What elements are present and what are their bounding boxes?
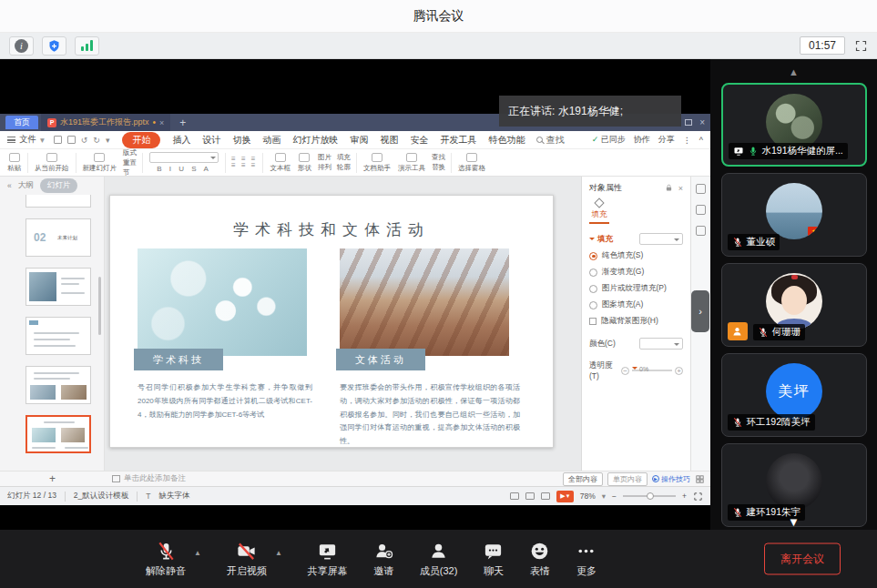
- ribbon-outline[interactable]: 轮廓: [337, 163, 351, 172]
- panel-collapse-handle[interactable]: ›: [691, 290, 709, 332]
- close-panel-icon[interactable]: ×: [678, 184, 683, 193]
- scroll-down-arrow[interactable]: ▼: [788, 515, 800, 529]
- invite-button[interactable]: 邀请: [373, 541, 394, 578]
- all-content-button[interactable]: 全部内容: [563, 472, 603, 486]
- security-button[interactable]: [42, 36, 66, 56]
- zoom-slider[interactable]: [623, 495, 676, 497]
- reading-view-icon[interactable]: [541, 492, 550, 500]
- mic-options-caret[interactable]: ▲: [194, 549, 201, 557]
- find-command[interactable]: 查找: [536, 134, 564, 147]
- ribbon-new-slide[interactable]: 新建幻灯片: [79, 153, 121, 173]
- option-solid-fill[interactable]: 纯色填充(S): [589, 250, 683, 261]
- sorter-view-icon[interactable]: [525, 492, 535, 500]
- more-menu-icon[interactable]: ⋮: [683, 136, 691, 145]
- slide-thumb-12-selected[interactable]: 12: [25, 415, 91, 453]
- color-dropdown[interactable]: [639, 338, 683, 350]
- share-screen-button[interactable]: 共享屏幕: [308, 541, 348, 578]
- ribbon-fill[interactable]: 填充: [337, 153, 351, 162]
- meeting-info-button[interactable]: i: [9, 36, 34, 56]
- slide-thumb-8[interactable]: 8 02 未来计划: [25, 218, 91, 257]
- properties-tool-icon[interactable]: [696, 184, 706, 194]
- tab-review[interactable]: 审阅: [350, 134, 368, 147]
- tab-security[interactable]: 安全: [410, 134, 428, 147]
- tab-animation[interactable]: 动画: [262, 134, 280, 147]
- tab-insert[interactable]: 插入: [172, 134, 190, 147]
- save-icon[interactable]: [54, 136, 62, 144]
- collapse-panel-icon[interactable]: «: [7, 181, 12, 190]
- fit-screen-icon[interactable]: [693, 492, 703, 502]
- ribbon-layout[interactable]: 版式: [123, 148, 137, 157]
- slide-thumb-9[interactable]: 9: [25, 268, 91, 306]
- paragraph-align-group[interactable]: ≡ ≡ ≡≡ ≡ ≡: [229, 157, 260, 168]
- slides-tab[interactable]: 幻灯片: [40, 178, 78, 193]
- font-name-select[interactable]: [149, 152, 219, 163]
- print-icon[interactable]: [67, 136, 76, 144]
- chat-button[interactable]: 聊天: [483, 541, 504, 578]
- fullscreen-icon[interactable]: [854, 39, 868, 53]
- collapse-ribbon-icon[interactable]: ^: [699, 136, 703, 145]
- undo-icon[interactable]: ↺: [81, 136, 88, 145]
- option-pattern-fill[interactable]: 图案填充(A): [589, 299, 683, 310]
- ribbon-section[interactable]: 节: [123, 168, 137, 177]
- option-gradient-fill[interactable]: 渐变填充(G): [589, 267, 683, 278]
- outline-tab[interactable]: 大纲: [18, 180, 34, 191]
- flowchart-tool-icon[interactable]: [696, 226, 706, 236]
- wps-home-tab[interactable]: 首页: [5, 116, 38, 129]
- missing-font-label[interactable]: 缺失字体: [159, 491, 190, 502]
- new-tab-button[interactable]: +: [179, 117, 186, 129]
- participant-tile[interactable]: 美坪 环工192隋美坪: [721, 353, 867, 437]
- slide-thumb-10[interactable]: 10: [25, 317, 91, 355]
- slideshow-play-button[interactable]: ▶▾: [556, 491, 574, 502]
- ribbon-find[interactable]: 查找: [432, 153, 445, 162]
- more-button[interactable]: 更多: [576, 541, 597, 578]
- transparency-slider[interactable]: − 0% +: [621, 367, 683, 375]
- close-tab-icon[interactable]: ×: [159, 118, 164, 127]
- notes-placeholder[interactable]: 单击此处添加备注: [124, 473, 186, 484]
- tips-link[interactable]: ▶ 操作技巧: [652, 474, 690, 484]
- zoom-dropdown-icon[interactable]: ▾: [602, 492, 606, 501]
- wps-document-tab[interactable]: P 水191班委工作报告.pptx • ×: [41, 114, 170, 131]
- tab-features[interactable]: 特色功能: [488, 134, 525, 147]
- emoji-button[interactable]: 表情: [529, 541, 550, 578]
- tab-home[interactable]: 开始: [122, 132, 160, 148]
- participant-tile[interactable]: 何珊珊: [721, 263, 867, 347]
- file-menu-button[interactable]: 文件 ▾: [7, 134, 45, 146]
- ribbon-picture[interactable]: 图片: [318, 153, 331, 162]
- tab-design[interactable]: 设计: [202, 134, 220, 147]
- increase-icon[interactable]: +: [675, 367, 683, 375]
- video-options-caret[interactable]: ▲: [275, 549, 282, 557]
- pin-icon[interactable]: [665, 184, 673, 192]
- close-window-icon[interactable]: ×: [699, 117, 705, 127]
- slide-thumb-partial[interactable]: [25, 195, 91, 208]
- share-button[interactable]: 分享: [658, 134, 675, 146]
- fill-type-dropdown[interactable]: [639, 233, 683, 245]
- tab-transition[interactable]: 切换: [232, 134, 250, 147]
- decrease-icon[interactable]: −: [621, 367, 629, 375]
- members-button[interactable]: 成员(32): [420, 541, 458, 578]
- add-slide-button[interactable]: +: [0, 472, 105, 485]
- synced-status[interactable]: ✓ 已同步: [592, 134, 626, 146]
- option-hide-background[interactable]: 隐藏背景图形(H): [589, 316, 683, 327]
- ribbon-doc-assistant[interactable]: 文档助手: [360, 153, 394, 173]
- tab-view[interactable]: 视图: [380, 134, 398, 147]
- ribbon-play-from-current[interactable]: 从当前开始: [31, 153, 73, 173]
- participant-tile-sharing[interactable]: 水191杨华健的屏...: [721, 83, 867, 167]
- ribbon-textbox[interactable]: 文本框: [266, 153, 294, 173]
- collaborate-button[interactable]: 协作: [634, 134, 650, 146]
- zoom-slider-handle[interactable]: [647, 492, 654, 500]
- normal-view-icon[interactable]: [510, 492, 519, 500]
- scroll-up-arrow[interactable]: ▲: [710, 66, 877, 79]
- participant-tile[interactable]: ★ 董业硕: [721, 173, 867, 257]
- current-slide[interactable]: 学术科技和文体活动 学术科技 文体活动 号召同学们积极参加大学生学科竞赛，并争取…: [109, 195, 554, 448]
- slide-thumb-11[interactable]: 11: [25, 366, 91, 404]
- tab-devtools[interactable]: 开发工具: [440, 134, 476, 147]
- redo-icon[interactable]: ↻: [93, 136, 100, 145]
- ribbon-selection-pane[interactable]: 选择窗格: [454, 153, 489, 173]
- single-page-button[interactable]: 单页内容: [607, 472, 648, 486]
- ribbon-arrange[interactable]: 排列: [318, 163, 331, 172]
- restore-window-icon[interactable]: [685, 119, 692, 126]
- quick-access-toolbar[interactable]: ↺ ↻ ▾: [54, 136, 110, 145]
- zoom-out-icon[interactable]: −: [612, 492, 617, 501]
- ribbon-reset[interactable]: 重置: [123, 158, 137, 167]
- ribbon-shapes[interactable]: 形状: [294, 153, 315, 173]
